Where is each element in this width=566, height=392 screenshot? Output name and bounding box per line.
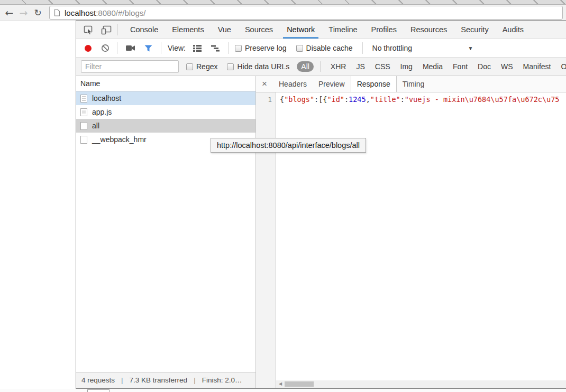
filter-input[interactable] [81,60,179,73]
json-token-string: "id" [327,95,344,104]
finish-time: Finish: 2.0… [202,376,242,384]
network-main: Name localhostapp.jsall__webpack_hmr 4 r… [76,76,566,388]
address-bar[interactable]: localhost:8080/#/blogs/ [49,6,563,20]
close-icon[interactable]: × [256,76,273,92]
clear-icon[interactable] [101,44,109,52]
divider [320,61,321,72]
request-name: app.js [92,108,112,116]
document-icon [80,108,87,116]
inspect-element-icon[interactable] [83,24,94,35]
devtools-tab-security[interactable]: Security [454,21,495,39]
filter-types: AllXHRJSCSSImgMediaFontDocWSManifestOthe… [289,61,566,72]
devtools-tabs: ConsoleElementsVueSourcesNetworkTimeline… [123,21,531,39]
json-token-string: "title" [370,95,400,104]
response-body: 1 {"blogs":[{"id":1245,"title":"vuejs - … [256,92,566,388]
page-icon [54,9,60,16]
filter-type-font[interactable]: Font [453,62,468,71]
filter-type-all[interactable]: All [297,61,314,72]
request-row-all[interactable]: all [76,119,255,133]
filter-type-other[interactable]: Other [561,62,566,71]
device-toolbar-icon[interactable] [101,24,112,35]
document-icon [80,95,87,102]
record-icon[interactable] [85,45,92,52]
network-toolbar: View: Preserve log Disable cache [76,39,566,58]
detail-tab-response[interactable]: Response [351,76,397,92]
filter-type-xhr[interactable]: XHR [331,62,346,71]
json-token-punct: : [344,95,349,104]
request-name: all [92,122,99,130]
detail-tab-headers[interactable]: Headers [273,76,313,92]
divider [117,42,117,54]
page-content-strip [0,389,566,392]
waterfall-view-icon[interactable] [211,45,220,52]
filter-type-media[interactable]: Media [423,62,443,71]
hide-data-urls-label: Hide data URLs [237,62,289,71]
devtools-tab-profiles[interactable]: Profiles [364,21,404,39]
devtools-tab-elements[interactable]: Elements [165,21,211,39]
request-row-app-js[interactable]: app.js [76,105,255,119]
preserve-log-label: Preserve log [245,44,287,52]
divider [161,42,161,54]
line-number-gutter: 1 [256,92,276,388]
disable-cache-checkbox[interactable]: Disable cache [296,44,353,52]
requests-list: localhostapp.jsall__webpack_hmr [76,91,255,372]
filter-type-img[interactable]: Img [400,62,413,71]
devtools-tabbar: ConsoleElementsVueSourcesNetworkTimeline… [76,21,566,39]
response-content[interactable]: {"blogs":[{"id":1245,"title":"vuejs - mi… [276,92,566,380]
filter-type-manifest[interactable]: Manifest [523,62,551,71]
checkbox-icon [227,63,234,70]
hide-data-urls-checkbox[interactable]: Hide data URLs [227,62,289,71]
json-token-punct: { [280,95,284,104]
filter-type-doc[interactable]: Doc [478,62,491,71]
devtools-tab-timeline[interactable]: Timeline [322,21,364,39]
filter-type-css[interactable]: CSS [375,62,390,71]
detail-tabs: HeadersPreviewResponseTiming [273,76,430,92]
back-icon[interactable]: ← [2,8,16,18]
detail-tab-timing[interactable]: Timing [397,76,431,92]
devtools-tab-network[interactable]: Network [280,21,322,39]
forward-icon: → [16,8,31,18]
regex-checkbox[interactable]: Regex [186,62,217,71]
page-element-partial [87,389,109,392]
json-token-punct: : [400,95,405,104]
devtools-tab-resources[interactable]: Resources [404,21,454,39]
network-filterbar: Regex Hide data URLs AllXHRJSCSSImgMedia… [76,58,566,76]
transferred-size: 7.3 KB transferred [130,376,188,384]
devtools-window: ConsoleElementsVueSourcesNetworkTimeline… [76,20,566,389]
preserve-log-checkbox[interactable]: Preserve log [235,44,287,52]
checkbox-icon [186,63,193,70]
json-token-string: "blogs" [284,95,314,104]
json-token-punct: : [314,95,318,104]
list-view-icon[interactable] [193,45,202,52]
view-label: View: [168,44,186,52]
divider [228,42,229,54]
json-token-punct: , [366,95,370,104]
devtools-tab-sources[interactable]: Sources [238,21,280,39]
detail-header: × HeadersPreviewResponseTiming [256,76,566,92]
filter-type-js[interactable]: JS [356,62,364,71]
devtools-tab-audits[interactable]: Audits [496,21,531,39]
disable-cache-label: Disable cache [306,44,353,52]
file-icon [80,136,87,144]
requests-pane: Name localhostapp.jsall__webpack_hmr 4 r… [76,76,256,388]
scroll-left-icon[interactable]: ◀ [279,382,282,386]
json-token-punct: [{ [318,95,327,104]
request-row-localhost[interactable]: localhost [76,91,255,105]
throttling-dropdown[interactable]: No throttling ▼ [372,44,481,52]
scrollbar-thumb[interactable] [285,381,314,387]
devtools-tab-vue[interactable]: Vue [211,21,238,39]
horizontal-scrollbar[interactable]: ◀ [276,380,566,388]
reload-icon[interactable]: ↻ [31,8,45,17]
line-number: 1 [268,96,272,104]
chevron-down-icon: ▼ [468,45,473,51]
requests-name-header[interactable]: Name [76,76,255,91]
devtools-tab-console[interactable]: Console [123,21,165,39]
request-name: localhost [92,94,121,102]
detail-tab-preview[interactable]: Preview [313,76,351,92]
url-path: :8080/#/blogs/ [96,8,145,17]
regex-label: Regex [196,62,217,71]
url-tooltip: http://localhost:8080/api/interface/blog… [211,138,366,153]
filter-type-ws[interactable]: WS [501,62,513,71]
screenshot-camera-icon[interactable] [126,45,135,51]
filter-funnel-icon[interactable] [144,45,152,52]
